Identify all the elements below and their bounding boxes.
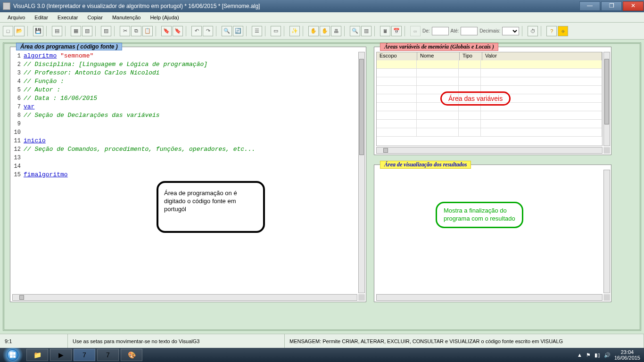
calc-icon[interactable]: 🖩 <box>380 26 390 36</box>
status-message: MENSAGEM: Permite CRIAR, ALTERAR, EXCLUI… <box>285 334 644 348</box>
tray-chevron-icon[interactable]: ▲ <box>577 352 582 358</box>
bookmark-del-icon[interactable]: 🔖 <box>173 26 183 36</box>
col-tipo[interactable]: Tipo <box>460 52 482 60</box>
zoom-icon[interactable]: 🔍 <box>350 26 360 36</box>
vars-panel-title: Áreas variáveis de memória (Globais e Lo… <box>380 43 498 51</box>
calendar-icon[interactable]: 📅 <box>391 26 402 36</box>
hand2-icon[interactable]: ✋ <box>320 26 330 36</box>
menu-help[interactable]: Help (Ajuda) <box>146 14 182 21</box>
indent-icon[interactable]: ☰ <box>252 26 262 36</box>
col-nome[interactable]: Nome <box>417 52 460 60</box>
app-icon <box>3 2 10 10</box>
results-scrollbar-v[interactable] <box>603 170 610 293</box>
help-icon[interactable]: ? <box>546 26 557 36</box>
tray-volume-icon[interactable]: 🔊 <box>604 352 611 358</box>
menu-copiar[interactable]: Copiar <box>83 14 106 21</box>
code-editor[interactable]: 1algoritmo "semnome"2// Disciplina: [Lin… <box>12 52 357 293</box>
input-ate[interactable] <box>461 27 478 35</box>
vars-header: Escopo Nome Tipo Valor <box>376 52 603 60</box>
taskbar: 📁 ▶ 7 7 🎨 ▲ ⚑ ▮▯ 🔊 23:04 16/06/2015 <box>0 348 644 362</box>
label-ate: Até: <box>451 28 459 33</box>
copy-icon[interactable]: ⧉ <box>131 26 141 36</box>
clock-icon[interactable]: ⏱ <box>528 26 538 36</box>
vars-scrollbar-v[interactable] <box>603 52 610 146</box>
close-button[interactable]: ✕ <box>623 1 644 11</box>
vars-panel: Áreas variáveis de memória (Globais e Lo… <box>374 47 611 155</box>
system-tray: ▲ ⚑ ▮▯ 🔊 23:04 16/06/2015 <box>577 349 644 361</box>
new-icon[interactable]: □ <box>3 26 13 36</box>
annotation-vars: Área das variáveis <box>440 91 511 106</box>
undo-icon[interactable]: ↶ <box>191 26 202 36</box>
redo-icon[interactable]: ↷ <box>203 26 213 36</box>
label-de: De: <box>422 28 430 33</box>
doc3-icon[interactable]: ▧ <box>82 26 92 36</box>
titlebar: VisuALG 3.0 (Interpretador e visualizado… <box>0 0 644 12</box>
results-panel: Área de visualização dos resultados Most… <box>374 165 611 302</box>
bookmark-add-icon[interactable]: 🔖 <box>161 26 172 36</box>
task-media-icon[interactable]: ▶ <box>50 349 72 361</box>
menu-executar[interactable]: Executar <box>54 14 82 21</box>
doc4-icon[interactable]: ▨ <box>101 26 111 36</box>
titlebar-text: VisuALG 3.0 (Interpretador e visualizado… <box>13 3 579 9</box>
tray-clock[interactable]: 23:04 16/06/2015 <box>614 349 640 361</box>
menu-manutencao[interactable]: Manutenção <box>108 14 145 21</box>
label-dec: Decimais: <box>479 28 500 33</box>
annotation-results: Mostra a finalização do programa com o r… <box>436 202 523 228</box>
results-body[interactable] <box>376 170 603 293</box>
tray-network-icon[interactable]: ▮▯ <box>594 352 600 358</box>
save-icon[interactable]: 💾 <box>33 26 43 36</box>
doc5-icon[interactable]: ▥ <box>361 26 372 36</box>
task-app1-icon[interactable]: 7 <box>74 349 95 361</box>
results-scrollbar-h[interactable] <box>376 294 603 301</box>
code-scrollbar-v[interactable] <box>358 52 365 293</box>
vars-scrollbar-h[interactable] <box>376 147 603 154</box>
task-explorer-icon[interactable]: 📁 <box>26 349 48 361</box>
minimize-button[interactable]: — <box>579 1 600 11</box>
input-de[interactable] <box>432 27 449 35</box>
print-icon[interactable]: 🖶 <box>331 26 341 36</box>
maximize-button[interactable]: ❐ <box>601 1 622 11</box>
toolbar: □ 📂 💾 ▤ ▦ ▧ ▨ ✂ ⧉ 📋 🔖 🔖 ↶ ↷ 🔍 🔄 ☰ ▭ ✨ ✋ … <box>0 23 644 40</box>
tray-flag-icon[interactable]: ⚑ <box>586 352 591 358</box>
statusbar: 9:1 Use as setas para movimentar-se no t… <box>0 334 644 348</box>
chain-icon: ∞ <box>410 26 421 36</box>
results-panel-title: Área de visualização dos resultados <box>380 161 471 169</box>
cut-icon[interactable]: ✂ <box>120 26 130 36</box>
wand-icon[interactable]: ✨ <box>289 26 300 36</box>
code-panel: Área dos programas ( código fonte ) 1alg… <box>10 47 366 302</box>
form1-icon[interactable]: ▭ <box>271 26 281 36</box>
start-button[interactable] <box>0 348 25 362</box>
menubar: Arquivo Editar Executar Copiar Manutençã… <box>0 12 644 23</box>
task-paint-icon[interactable]: 🎨 <box>121 349 142 361</box>
status-hint: Use as setas para movimentar-se no texto… <box>68 334 285 348</box>
status-position: 9:1 <box>0 334 68 348</box>
menu-arquivo[interactable]: Arquivo <box>4 14 29 21</box>
paste-icon[interactable]: 📋 <box>142 26 153 36</box>
open-icon[interactable]: 📂 <box>14 26 25 36</box>
select-decimais[interactable] <box>502 27 519 35</box>
task-app2-icon[interactable]: 7 <box>97 349 119 361</box>
doc1-icon[interactable]: ▤ <box>52 26 62 36</box>
code-panel-title: Área dos programas ( código fonte ) <box>16 43 122 50</box>
replace-icon[interactable]: 🔄 <box>233 26 243 36</box>
code-scrollbar-h[interactable] <box>12 294 357 301</box>
find-icon[interactable]: 🔍 <box>222 26 232 36</box>
annotation-code: Área de programação on é digitado o códi… <box>157 181 265 233</box>
doc2-icon[interactable]: ▦ <box>71 26 81 36</box>
hand1-icon[interactable]: ✋ <box>308 26 319 36</box>
menu-editar[interactable]: Editar <box>31 14 52 21</box>
col-valor[interactable]: Valor <box>482 52 602 60</box>
exit-icon[interactable]: ⎆ <box>558 26 568 36</box>
col-escopo[interactable]: Escopo <box>377 52 417 60</box>
